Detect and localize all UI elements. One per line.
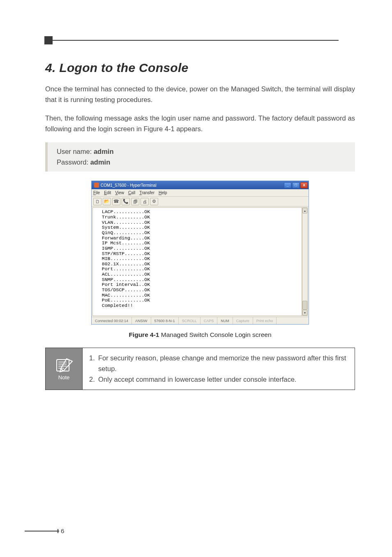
note-item-1: 1. For security reason, please change an… [89, 353, 348, 374]
status-connected: Connected 00:02:14 [92, 317, 132, 324]
menubar: File Edit View Call Transfer Help [92, 189, 309, 197]
toolbar-properties-button[interactable]: 🗐 [131, 198, 139, 205]
terminal-output[interactable]: LACP...........OK Trunk..........OK VLAN… [92, 207, 302, 316]
note-icon-cell: Note [46, 348, 83, 390]
credentials-password-value: admin [90, 158, 111, 166]
credentials-password-row: Password: admin [57, 157, 346, 168]
status-capture: Capture [233, 317, 253, 324]
section-heading: 4. Logon to the Console [45, 61, 355, 75]
note-text-cell: 1. For security reason, please change an… [83, 348, 355, 390]
menu-file[interactable]: File [93, 190, 100, 195]
footer-rule [25, 531, 59, 531]
note-item-1-text: For security reason, please change and m… [98, 353, 348, 374]
scroll-up-button[interactable]: ▲ [302, 208, 307, 214]
scroll-down-button[interactable]: ▼ [302, 310, 307, 316]
hyperterminal-window: COM1_57600 - HyperTerminal _ □ X File Ed… [91, 181, 309, 325]
note-item-1-number: 1. [89, 353, 98, 374]
note-box: Note 1. For security reason, please chan… [45, 348, 355, 390]
toolbar-new-button[interactable]: 🗋 [93, 198, 101, 205]
scrollbar-thumb[interactable] [302, 301, 307, 310]
note-label: Note [58, 374, 69, 381]
credentials-username-value: admin [94, 148, 114, 155]
page-number: 6 [61, 527, 64, 534]
figure-caption-number: Figure 4-1 [129, 331, 159, 338]
status-num: NUM [217, 317, 233, 324]
toolbar-config-button[interactable]: ⚙ [150, 198, 158, 205]
credentials-box: User name: admin Password: admin [45, 142, 355, 172]
figure-caption: Figure 4-1 Managed Switch Console Login … [45, 331, 355, 339]
window-title: COM1_57600 - HyperTerminal [101, 183, 157, 188]
window-titlebar: COM1_57600 - HyperTerminal _ □ X [92, 181, 309, 189]
menu-help[interactable]: Help [159, 190, 167, 195]
credentials-username-row: User name: admin [57, 146, 346, 157]
menu-call[interactable]: Call [128, 190, 135, 195]
statusbar: Connected 00:02:14 ANSIW 57600 8-N-1 SCR… [92, 317, 309, 324]
note-item-2: 2. Only accept command in lowercase lett… [89, 374, 348, 385]
paragraph-intro-1: Once the terminal has connected to the d… [45, 84, 355, 105]
status-emulation: ANSIW [132, 317, 151, 324]
paragraph-intro-2: Then, the following message asks the log… [45, 113, 355, 134]
page-top-rule [53, 40, 339, 41]
menu-view[interactable]: View [115, 190, 124, 195]
terminal-area-container: LACP...........OK Trunk..........OK VLAN… [92, 207, 309, 317]
app-icon [94, 183, 99, 188]
menu-edit[interactable]: Edit [104, 190, 111, 195]
vertical-scrollbar[interactable]: ▲ ▼ [302, 207, 308, 316]
credentials-username-label: User name: [57, 148, 94, 155]
close-button[interactable]: X [300, 182, 308, 188]
menu-transfer[interactable]: Transfer [139, 190, 154, 195]
toolbar-call-button[interactable]: 📞 [122, 198, 130, 205]
toolbar-connect-button[interactable]: ☎ [112, 198, 120, 205]
status-printecho: Print echo [253, 317, 277, 324]
figure-caption-text: Managed Switch Console Login screen [159, 331, 271, 338]
status-baud: 57600 8-N-1 [151, 317, 179, 324]
minimize-button[interactable]: _ [284, 182, 291, 188]
toolbar-hangup-button[interactable]: 🖨 [141, 198, 149, 205]
note-item-2-text: Only accept command in lowercase letter … [98, 374, 348, 385]
maximize-button[interactable]: □ [292, 182, 300, 188]
page-corner-marker [44, 36, 53, 44]
toolbar: 🗋 📂 ☎ 📞 🗐 🖨 ⚙ [92, 197, 309, 207]
scrollbar-track[interactable] [302, 214, 307, 310]
toolbar-open-button[interactable]: 📂 [103, 198, 111, 205]
status-caps: CAPS [201, 317, 218, 324]
credentials-password-label: Password: [57, 158, 90, 166]
notepad-icon [54, 357, 74, 374]
footer-tick [58, 529, 58, 533]
note-item-2-number: 2. [89, 374, 98, 385]
status-scroll: SCROLL [179, 317, 201, 324]
